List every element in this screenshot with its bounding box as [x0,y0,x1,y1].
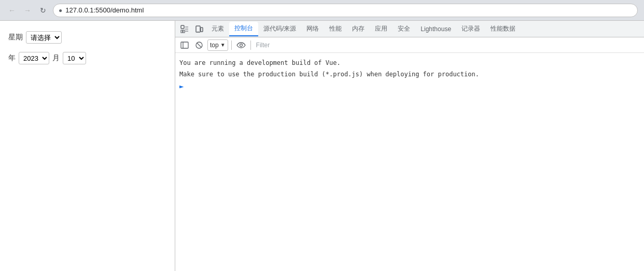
svg-point-3 [198,31,199,32]
filter-input[interactable] [254,39,641,51]
back-button[interactable]: ← [6,5,18,16]
url-text: 127.0.0.1:5500/demo.html [65,6,144,14]
forward-button[interactable]: → [22,5,33,16]
console-message-1: You are running a development build of V… [179,57,640,69]
devtools-panel: 元素 控制台 源代码/来源 网络 性能 内存 应用 安全 [175,21,644,271]
eye-icon[interactable] [235,39,247,51]
tab-network[interactable]: 网络 [301,22,324,36]
month-select[interactable]: 10 [63,52,86,64]
month-label: 月 [52,53,60,63]
device-icon[interactable] [192,22,206,36]
clear-console-icon[interactable] [193,39,205,51]
inspect-icon[interactable] [177,22,192,36]
browser-chrome: ← → ↻ ● 127.0.0.1:5500/demo.html [0,0,644,21]
year-select[interactable]: 2023 [19,52,49,64]
tab-elements[interactable]: 元素 [206,22,229,36]
tab-lighthouse[interactable]: Lighthouse [415,22,456,36]
weekday-row: 星期 请选择 [8,31,166,44]
svg-line-7 [197,43,201,47]
year-month-row: 年 2023 月 10 [8,52,166,64]
tab-application[interactable]: 应用 [370,22,393,36]
web-page-panel: 星期 请选择 年 2023 月 10 [0,21,175,271]
tab-performance-data[interactable]: 性能数据 [485,22,521,36]
toolbar-divider-2 [250,40,251,50]
sidebar-toggle-icon[interactable] [178,39,191,51]
svg-rect-2 [201,28,203,32]
weekday-label: 星期 [8,33,23,42]
address-bar[interactable]: ● 127.0.0.1:5500/demo.html [53,4,638,17]
tab-recorder[interactable]: 记录器 [456,22,485,36]
tab-sources[interactable]: 源代码/来源 [258,22,301,36]
tab-performance[interactable]: 性能 [324,22,347,36]
toolbar-divider [231,40,232,50]
svg-rect-0 [181,25,184,29]
context-selector-chevron: ▼ [220,42,226,48]
tab-memory[interactable]: 内存 [347,22,370,36]
tab-console[interactable]: 控制台 [229,22,258,36]
year-label: 年 [8,53,16,63]
svg-rect-4 [181,42,188,48]
prompt-arrow-icon: ► [179,82,184,90]
lock-icon: ● [59,7,62,14]
devtools-tabs: 元素 控制台 源代码/来源 网络 性能 内存 应用 安全 [175,21,644,37]
tab-security[interactable]: 安全 [393,22,415,36]
context-selector-label: top [210,42,219,49]
console-content: You are running a development build of V… [175,53,644,271]
context-selector[interactable]: top ▼ [207,39,228,51]
console-message-2: Make sure to use the production build (*… [179,69,640,80]
reload-button[interactable]: ↻ [37,5,49,16]
console-prompt[interactable]: ► [179,82,640,90]
main-area: 星期 请选择 年 2023 月 10 [0,21,644,271]
devtools-toolbar: top ▼ [175,37,644,53]
svg-point-8 [240,44,242,46]
weekday-select[interactable]: 请选择 [26,31,62,44]
